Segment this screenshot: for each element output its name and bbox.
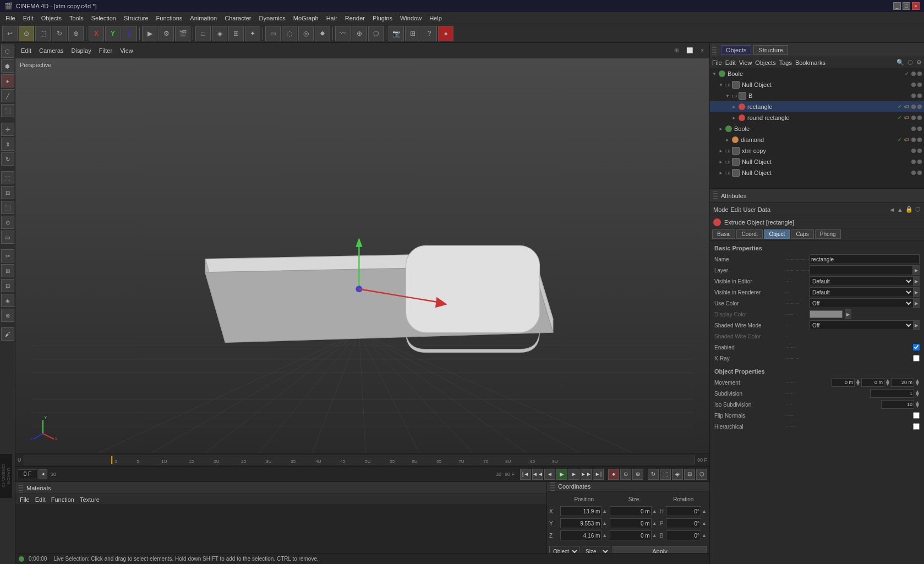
rr-expand-arrow[interactable]: ► [732, 116, 737, 121]
anim-timeline-btn[interactable]: ⊞ [228, 26, 244, 41]
z-position-input[interactable] [560, 530, 602, 540]
use-color-select[interactable]: Off [810, 298, 914, 308]
boole-expand-arrow[interactable]: ▼ [712, 72, 718, 76]
move-btn[interactable]: ⬚ [35, 26, 51, 41]
y-size-input[interactable] [610, 518, 651, 528]
obj-null-1[interactable]: ▼ L0 Null Object [710, 79, 924, 90]
x-pos-arrow[interactable]: ▲ [602, 508, 608, 514]
menu-functions[interactable]: Functions [153, 14, 186, 23]
boole2-expand-arrow[interactable]: ► [719, 127, 724, 132]
boole-top-check1[interactable]: ✓ [905, 71, 909, 76]
menu-file[interactable]: File [2, 14, 19, 23]
sw-arrow[interactable]: ▶ [914, 320, 920, 330]
h-rot-arrow[interactable]: ▲ [702, 508, 707, 514]
move-tool-btn[interactable]: ✛ [1, 123, 14, 136]
obj-null-2[interactable]: ► L0 Null Object [710, 156, 924, 167]
frame-stepper-down[interactable]: ◄ [39, 469, 47, 479]
visible-renderer-select[interactable]: Default [810, 287, 914, 297]
x-size-arrow[interactable]: ▲ [652, 508, 658, 514]
menu-mograph[interactable]: MoGraph [290, 14, 322, 23]
menu-animation[interactable]: Animation [187, 14, 220, 23]
rect-check[interactable]: ✓ [898, 104, 902, 109]
obj-settings-icon[interactable]: ⚙ [916, 59, 922, 66]
layer-manager-btn[interactable]: ⊟ [684, 469, 695, 480]
y-pos-arrow[interactable]: ▲ [602, 521, 608, 526]
z-pos-arrow[interactable]: ▲ [602, 533, 608, 538]
attr-nav-up[interactable]: ▲ [897, 206, 903, 213]
prev-frame-btn[interactable]: ◄◄ [532, 469, 543, 480]
minimize-btn[interactable]: _ [893, 2, 901, 10]
null2-expand-arrow[interactable]: ► [719, 160, 724, 165]
select-all-btn[interactable]: ⬚ [1, 171, 14, 184]
obj-objects-menu[interactable]: Objects [755, 59, 775, 66]
menu-tools[interactable]: Tools [66, 14, 87, 23]
layer-arrow[interactable]: ▶ [913, 265, 920, 275]
z-size-input[interactable] [610, 530, 651, 540]
camera-btn[interactable]: 📷 [389, 26, 404, 41]
obj-file-menu[interactable]: File [712, 59, 722, 66]
mode-point-btn[interactable]: ● [1, 74, 14, 87]
attr-nav-back[interactable]: ◄ [889, 206, 895, 213]
menu-objects[interactable]: Objects [38, 14, 65, 23]
menu-dynamics[interactable]: Dynamics [256, 14, 289, 23]
menu-help[interactable]: Help [426, 14, 445, 23]
dc-arrow[interactable]: ▶ [845, 309, 851, 319]
extrude-btn[interactable]: ⊡ [1, 279, 14, 292]
yaxis-btn[interactable]: Y [105, 26, 121, 41]
motion-clip-btn[interactable]: ⬚ [660, 469, 671, 480]
viewport[interactable]: Perspective [15, 58, 709, 453]
obj-rectangle[interactable]: ► rectangle ✓ 🏷 [710, 101, 924, 112]
vp-close-btn[interactable]: × [698, 47, 706, 53]
menu-plugins[interactable]: Plugins [369, 14, 396, 23]
menu-structure[interactable]: Structure [121, 14, 152, 23]
sky-btn[interactable]: ◌ [282, 26, 297, 41]
attr-lock-icon[interactable]: 🔒 [905, 206, 913, 213]
obj-expand-icon[interactable]: ⬡ [907, 59, 913, 66]
enabled-checkbox[interactable] [913, 344, 920, 351]
shaded-wire-select[interactable]: Off [810, 320, 914, 330]
mv-z-arrow-up[interactable] [915, 378, 920, 387]
rect-expand-arrow[interactable]: ► [732, 105, 737, 109]
undo-btn[interactable]: ↩ [2, 26, 18, 41]
attr-tab-object[interactable]: Object [764, 229, 790, 239]
obj-boole-2[interactable]: ► Boole [710, 123, 924, 134]
menu-hair[interactable]: Hair [323, 14, 341, 23]
mv-x-arrow-up[interactable] [856, 378, 860, 387]
menu-render[interactable]: Render [342, 14, 368, 23]
diamond-expand-arrow[interactable]: ► [725, 138, 731, 143]
zaxis-btn[interactable]: Z [122, 26, 137, 41]
hierarchical-checkbox[interactable] [913, 423, 920, 430]
fill-select-btn[interactable]: ⬛ [1, 201, 14, 214]
y-position-input[interactable] [560, 518, 602, 528]
iso-subdivision-input[interactable] [881, 400, 914, 409]
object-manager-btn[interactable]: □ [195, 26, 211, 41]
mode-edge-btn[interactable]: ╱ [1, 89, 14, 102]
loop-select-btn[interactable]: ⊟ [1, 186, 14, 199]
prev-key-btn[interactable]: ◄ [544, 469, 555, 480]
mat-texture-menu[interactable]: Texture [78, 496, 102, 503]
attr-tab-basic[interactable]: Basic [712, 229, 735, 239]
subdivision-input[interactable] [870, 389, 914, 398]
mode-poly-btn[interactable]: ⬛ [1, 104, 14, 117]
attr-tab-phong[interactable]: Phong [815, 229, 841, 239]
background-btn[interactable]: ✸ [315, 26, 330, 41]
mode-model-btn[interactable]: ⬡ [1, 45, 14, 58]
obj-xtm-copy[interactable]: ► L0 xtm copy [710, 145, 924, 156]
vp-cameras-menu[interactable]: Cameras [37, 47, 66, 54]
obj-boole-top[interactable]: ▼ Boole ✓ [710, 68, 924, 79]
y-size-arrow[interactable]: ▲ [652, 521, 658, 526]
attr-userdata-menu[interactable]: User Data [743, 206, 771, 213]
attr-mode-menu[interactable]: Mode [713, 206, 729, 213]
vp-filter-menu[interactable]: Filter [97, 47, 114, 54]
script-editor-btn[interactable]: ✦ [245, 26, 260, 41]
help-btn[interactable]: ? [422, 26, 437, 41]
movement-y-input[interactable] [861, 378, 884, 387]
rotate-tool-btn[interactable]: ↻ [1, 152, 14, 166]
obj-diamond[interactable]: ► diamond ✓ 🏷 [710, 134, 924, 145]
timeline-ruler[interactable]: 0 5 1U 15 2U 25 3U 35 4U 45 5U 55 6U 65 … [24, 456, 695, 464]
obj-view-menu[interactable]: View [739, 59, 752, 66]
attr-expand-icon[interactable]: ⬡ [915, 206, 921, 213]
b-rot-arrow[interactable]: ▲ [702, 533, 707, 538]
redo-btn[interactable]: ⊙ [19, 26, 34, 41]
mv-y-arrow-up[interactable] [885, 378, 890, 387]
